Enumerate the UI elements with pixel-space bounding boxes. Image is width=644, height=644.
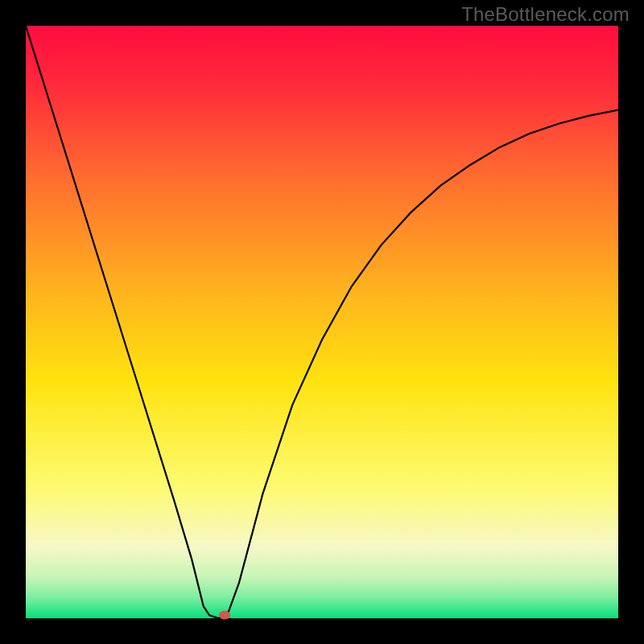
chart-frame: TheBottleneck.com (0, 0, 644, 644)
min-marker (219, 611, 230, 620)
watermark-text: TheBottleneck.com (461, 3, 630, 26)
plot-area (26, 26, 618, 618)
chart-svg (26, 26, 618, 618)
chart-background (26, 26, 618, 618)
